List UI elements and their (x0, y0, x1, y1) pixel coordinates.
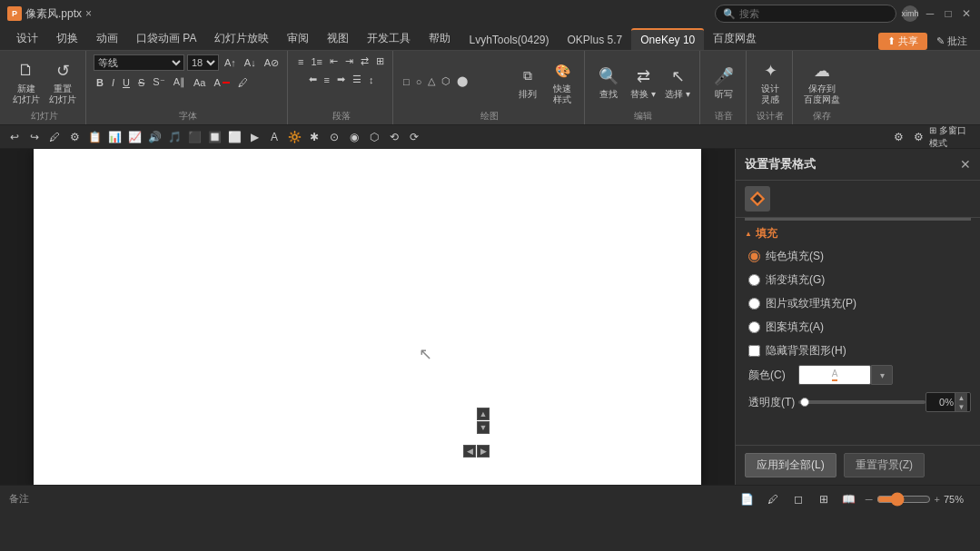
dictation-btn[interactable]: 🎤 听写 (708, 62, 740, 102)
reset-slide-button[interactable]: ↺ 重置幻灯片 (45, 56, 80, 107)
tab-developer[interactable]: 开发工具 (358, 27, 420, 50)
font-size-select[interactable]: 18 (187, 54, 219, 71)
tb2-settings[interactable]: ⚙ (889, 128, 907, 146)
tb2-btn-1[interactable]: 🖊 (45, 128, 64, 146)
designer-btn[interactable]: ✦ 设计灵感 (754, 56, 787, 107)
font-decrease-btn[interactable]: A↓ (242, 56, 259, 69)
shape-btn-4[interactable]: ⬡ (439, 74, 453, 88)
font-increase-btn[interactable]: A↑ (222, 56, 239, 69)
zoom-in-btn[interactable]: + (935, 494, 940, 505)
case-btn[interactable]: Aa (191, 76, 208, 89)
tb2-btn-10[interactable]: ⬜ (225, 128, 243, 146)
tab-help[interactable]: 帮助 (420, 27, 460, 50)
shape-btn-5[interactable]: ⬤ (454, 74, 470, 88)
align-center-btn[interactable]: ≡ (322, 73, 332, 86)
color-dropdown-btn[interactable]: ▾ (871, 365, 893, 385)
char-spacing-btn[interactable]: A∥ (171, 75, 188, 89)
tab-pocketanim[interactable]: 口袋动画 PA (127, 27, 205, 50)
tab-onekey[interactable]: OneKey 10 (631, 28, 704, 50)
shape-btn-3[interactable]: △ (425, 74, 438, 88)
bullet-list-btn[interactable]: ≡ (295, 54, 306, 68)
status-icon-3[interactable]: ◻ (789, 490, 807, 508)
panel-close-btn[interactable]: ✕ (960, 157, 971, 172)
italic-btn[interactable]: I (109, 76, 117, 89)
align-right-btn[interactable]: ➡ (334, 73, 348, 86)
tb2-btn-9[interactable]: 🔲 (205, 128, 223, 146)
status-icon-1[interactable]: 📄 (738, 490, 757, 508)
gradient-fill-radio[interactable] (748, 274, 760, 286)
tab-design[interactable]: 设计 (7, 27, 47, 50)
multiwindow-btn[interactable]: ⊞ 多窗口模式 (929, 128, 975, 146)
align-left-btn[interactable]: ⬅ (306, 73, 320, 86)
replace-btn[interactable]: ⇄ 替换 ▾ (627, 62, 659, 102)
tab-review[interactable]: 审阅 (278, 27, 318, 50)
tb2-btn-4[interactable]: 📊 (105, 128, 124, 146)
maximize-button[interactable]: □ (942, 7, 955, 20)
tab-transition[interactable]: 切换 (47, 27, 87, 50)
strikethrough-btn[interactable]: S (135, 76, 147, 89)
zoom-slider[interactable] (876, 492, 931, 507)
highlight-btn[interactable]: 🖊 (235, 76, 251, 89)
arrange-btn[interactable]: ⧉ 排列 (511, 62, 544, 102)
shadow-btn[interactable]: S⁻ (150, 75, 167, 89)
tb2-btn-2[interactable]: ⚙ (65, 128, 84, 146)
panel-fill-icon-btn[interactable] (745, 186, 770, 212)
tb2-btn-18[interactable]: ⟲ (385, 128, 403, 146)
undo-btn[interactable]: ↩ (5, 128, 24, 146)
tb2-btn-7[interactable]: 🎵 (165, 128, 183, 146)
new-slide-button[interactable]: 🗋 新建幻灯片 (9, 56, 44, 107)
font-family-select[interactable]: 等线 (94, 54, 184, 71)
scroll-left-btn[interactable]: ◀ (463, 445, 476, 458)
gradient-fill-label[interactable]: 渐变填充(G) (766, 272, 825, 288)
tab-baidupan[interactable]: 百度网盘 (704, 27, 766, 50)
status-notes[interactable]: 备注 (9, 492, 29, 506)
rtl-btn[interactable]: ⇄ (358, 54, 371, 68)
tb2-btn-15[interactable]: ⊙ (325, 128, 343, 146)
increase-indent-btn[interactable]: ⇥ (342, 54, 356, 68)
picture-fill-radio[interactable] (748, 298, 760, 310)
scroll-right-btn[interactable]: ▶ (477, 445, 490, 458)
apply-all-button[interactable]: 应用到全部(L) (745, 453, 836, 477)
underline-btn[interactable]: U (120, 76, 133, 89)
status-icon-4[interactable]: ⊞ (815, 490, 833, 508)
close-button[interactable]: ✕ (960, 7, 973, 20)
tb2-btn-17[interactable]: ⬡ (365, 128, 383, 146)
line-spacing-btn[interactable]: ↕ (366, 73, 377, 86)
tab-view[interactable]: 视图 (318, 27, 358, 50)
redo-btn[interactable]: ↪ (25, 128, 44, 146)
search-input[interactable] (739, 8, 888, 19)
tab-okplus[interactable]: OKPlus 5.7 (559, 30, 632, 50)
tb2-btn-3[interactable]: 📋 (85, 128, 104, 146)
share-button[interactable]: ⬆ 共享 (878, 33, 927, 50)
transparency-track[interactable] (798, 400, 926, 404)
hide-bg-checkbox[interactable] (748, 345, 760, 357)
picture-fill-label[interactable]: 图片或纹理填充(P) (766, 296, 856, 311)
solid-fill-label[interactable]: 纯色填充(S) (766, 249, 824, 264)
zoom-out-btn[interactable]: ─ (866, 494, 873, 505)
select-btn[interactable]: ↖ 选择 ▾ (661, 62, 694, 102)
pattern-fill-label[interactable]: 图案填充(A) (766, 320, 824, 335)
clear-format-btn[interactable]: A⊘ (262, 56, 282, 70)
spin-down-btn[interactable]: ▼ (955, 402, 967, 411)
tb2-gear[interactable]: ⚙ (909, 128, 927, 146)
transparency-thumb[interactable] (800, 398, 809, 407)
scroll-up-btn[interactable]: ▲ (477, 408, 490, 420)
tb2-btn-14[interactable]: ✱ (305, 128, 323, 146)
tab-slideshow[interactable]: 幻灯片放映 (205, 27, 278, 50)
comment-button[interactable]: ✎ 批注 (931, 33, 973, 50)
bold-btn[interactable]: B (94, 76, 106, 89)
tb2-btn-16[interactable]: ◉ (345, 128, 363, 146)
spin-up-btn[interactable]: ▲ (955, 393, 967, 402)
number-list-btn[interactable]: 1≡ (308, 54, 325, 68)
tb2-btn-19[interactable]: ⟳ (405, 128, 423, 146)
reset-background-button[interactable]: 重置背景(Z) (844, 453, 925, 477)
decrease-indent-btn[interactable]: ⇤ (327, 54, 341, 68)
tb2-btn-5[interactable]: 📈 (125, 128, 144, 146)
shape-btn-1[interactable]: □ (401, 74, 412, 88)
tb2-btn-11[interactable]: ▶ (245, 128, 263, 146)
find-btn[interactable]: 🔍 查找 (592, 62, 625, 102)
scroll-down-btn[interactable]: ▼ (477, 421, 490, 434)
solid-fill-radio[interactable] (748, 251, 760, 262)
status-icon-2[interactable]: 🖊 (764, 490, 782, 508)
tb2-btn-12[interactable]: A (265, 128, 283, 146)
